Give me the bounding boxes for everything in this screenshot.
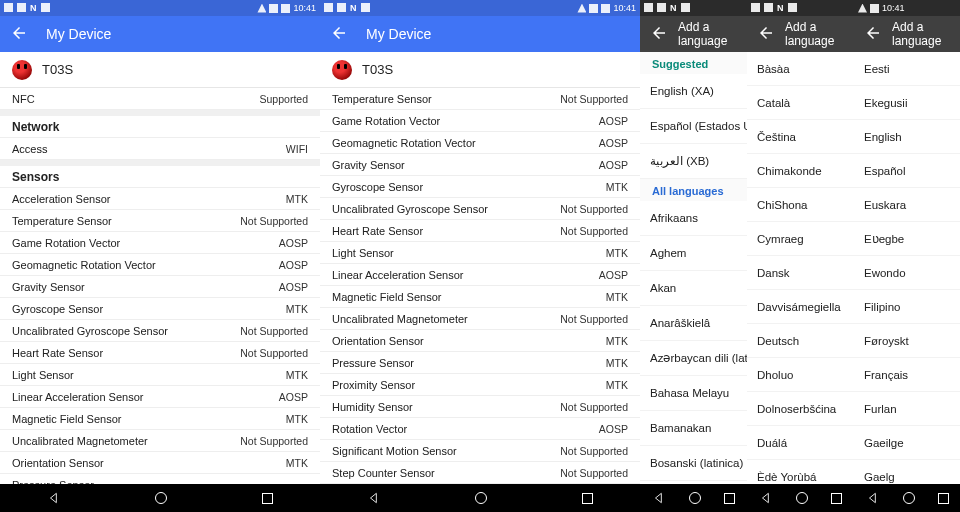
- info-row[interactable]: Pressure SensorMTK: [320, 352, 640, 374]
- language-item[interactable]: Dolnoserbšćina: [747, 392, 854, 426]
- info-row[interactable]: NFCSupported: [0, 88, 320, 110]
- language-item[interactable]: Ekegusii: [854, 86, 960, 120]
- language-item[interactable]: English: [854, 120, 960, 154]
- info-row[interactable]: Light SensorMTK: [320, 242, 640, 264]
- info-row[interactable]: Orientation SensorMTK: [320, 330, 640, 352]
- language-item[interactable]: Cymraeg: [747, 222, 854, 256]
- device-header[interactable]: T03S: [320, 52, 640, 88]
- nav-back-icon[interactable]: [652, 491, 666, 505]
- info-row[interactable]: Gyroscope SensorMTK: [320, 176, 640, 198]
- info-row[interactable]: Humidity SensorNot Supported: [320, 396, 640, 418]
- language-item[interactable]: Afrikaans: [640, 201, 747, 236]
- language-item[interactable]: Bàsàa: [747, 52, 854, 86]
- nav-home-icon[interactable]: [689, 492, 701, 504]
- language-list[interactable]: EestiEkegusiiEnglishEspañolEuskaraEʋegbe…: [854, 52, 960, 484]
- language-item[interactable]: Azərbaycan dili (latın): [640, 341, 747, 376]
- language-list[interactable]: BàsàaCatalàČeštinaChimakondeChiShonaCymr…: [747, 52, 854, 484]
- language-item[interactable]: Gaelg: [854, 460, 960, 484]
- language-item[interactable]: Català: [747, 86, 854, 120]
- device-info-list[interactable]: NFCSupportedNetworkAccessWIFISensorsAcce…: [0, 88, 320, 484]
- language-item[interactable]: Gaeilge: [854, 426, 960, 460]
- info-row[interactable]: AccessWIFI: [0, 138, 320, 160]
- info-row[interactable]: Gravity SensorAOSP: [0, 276, 320, 298]
- info-row[interactable]: Uncalibrated Gyroscope SensorNot Support…: [0, 320, 320, 342]
- info-row[interactable]: Linear Acceleration SensorAOSP: [0, 386, 320, 408]
- back-button[interactable]: [330, 24, 348, 45]
- info-row[interactable]: Proximity SensorMTK: [320, 374, 640, 396]
- language-item[interactable]: Euskara: [854, 188, 960, 222]
- language-item[interactable]: Eesti: [854, 52, 960, 86]
- device-info-list[interactable]: Temperature SensorNot SupportedGame Rota…: [320, 88, 640, 484]
- info-row[interactable]: Magnetic Field SensorMTK: [320, 286, 640, 308]
- info-row[interactable]: Temperature SensorNot Supported: [0, 210, 320, 232]
- nav-home-icon[interactable]: [796, 492, 808, 504]
- nav-back-icon[interactable]: [759, 491, 773, 505]
- language-item[interactable]: Akan: [640, 271, 747, 306]
- nav-recent-icon[interactable]: [938, 493, 949, 504]
- status-icon: [657, 3, 666, 12]
- language-item[interactable]: Anarâškielâ: [640, 306, 747, 341]
- nav-recent-icon[interactable]: [724, 493, 735, 504]
- info-row[interactable]: Acceleration SensorMTK: [0, 188, 320, 210]
- info-row[interactable]: Uncalibrated Gyroscope SensorNot Support…: [320, 198, 640, 220]
- info-row[interactable]: Uncalibrated MagnetometerNot Supported: [0, 430, 320, 452]
- nav-home-icon[interactable]: [155, 492, 167, 504]
- info-row[interactable]: Temperature SensorNot Supported: [320, 88, 640, 110]
- language-item[interactable]: Ewondo: [854, 256, 960, 290]
- info-row[interactable]: Uncalibrated MagnetometerNot Supported: [320, 308, 640, 330]
- language-item[interactable]: Čeština: [747, 120, 854, 154]
- nav-back-icon[interactable]: [367, 491, 381, 505]
- nav-back-icon[interactable]: [866, 491, 880, 505]
- back-button[interactable]: [650, 24, 668, 45]
- language-item[interactable]: العربية (XB): [640, 144, 747, 179]
- info-row[interactable]: Orientation SensorMTK: [0, 452, 320, 474]
- nav-home-icon[interactable]: [903, 492, 915, 504]
- info-row[interactable]: Linear Acceleration SensorAOSP: [320, 264, 640, 286]
- info-row[interactable]: Significant Motion SensorNot Supported: [320, 440, 640, 462]
- language-item[interactable]: ChiShona: [747, 188, 854, 222]
- nav-back-icon[interactable]: [47, 491, 61, 505]
- language-item[interactable]: Filipino: [854, 290, 960, 324]
- info-row[interactable]: Gravity SensorAOSP: [320, 154, 640, 176]
- back-button[interactable]: [10, 24, 28, 45]
- info-row[interactable]: Magnetic Field SensorMTK: [0, 408, 320, 430]
- info-row[interactable]: Game Rotation VectorAOSP: [0, 232, 320, 254]
- language-item[interactable]: Dansk: [747, 256, 854, 290]
- info-row[interactable]: Heart Rate SensorNot Supported: [0, 342, 320, 364]
- language-item[interactable]: Deutsch: [747, 324, 854, 358]
- language-item[interactable]: Chimakonde: [747, 154, 854, 188]
- language-item[interactable]: Bamanakan: [640, 411, 747, 446]
- language-item[interactable]: Eʋegbe: [854, 222, 960, 256]
- language-item[interactable]: Aghem: [640, 236, 747, 271]
- info-row[interactable]: Geomagnetic Rotation VectorAOSP: [0, 254, 320, 276]
- language-item[interactable]: Furlan: [854, 392, 960, 426]
- language-item[interactable]: Bosanski (latinica): [640, 446, 747, 481]
- info-row[interactable]: Gyroscope SensorMTK: [0, 298, 320, 320]
- language-item[interactable]: Føroyskt: [854, 324, 960, 358]
- info-row[interactable]: Step Counter SensorNot Supported: [320, 462, 640, 484]
- nav-home-icon[interactable]: [475, 492, 487, 504]
- language-item[interactable]: Español: [854, 154, 960, 188]
- language-item[interactable]: Dholuo: [747, 358, 854, 392]
- info-row[interactable]: Pressure Sensor: [0, 474, 320, 484]
- language-item[interactable]: Bahasa Melayu: [640, 376, 747, 411]
- language-list[interactable]: SuggestedEnglish (XA)Español (Estados Un…: [640, 52, 747, 484]
- back-button[interactable]: [864, 24, 882, 45]
- info-row[interactable]: Game Rotation VectorAOSP: [320, 110, 640, 132]
- nav-recent-icon[interactable]: [262, 493, 273, 504]
- language-item[interactable]: Français: [854, 358, 960, 392]
- back-button[interactable]: [757, 24, 775, 45]
- info-row[interactable]: Geomagnetic Rotation VectorAOSP: [320, 132, 640, 154]
- info-row[interactable]: Rotation VectorAOSP: [320, 418, 640, 440]
- device-header[interactable]: T03S: [0, 52, 320, 88]
- language-item[interactable]: Èdè Yorùbá: [747, 460, 854, 484]
- row-value: MTK: [286, 369, 308, 381]
- info-row[interactable]: Light SensorMTK: [0, 364, 320, 386]
- language-item[interactable]: English (XA): [640, 74, 747, 109]
- info-row[interactable]: Heart Rate SensorNot Supported: [320, 220, 640, 242]
- language-item[interactable]: Davvisámegiella: [747, 290, 854, 324]
- language-item[interactable]: Duálá: [747, 426, 854, 460]
- nav-recent-icon[interactable]: [831, 493, 842, 504]
- language-item[interactable]: Español (Estados Unidos): [640, 109, 747, 144]
- nav-recent-icon[interactable]: [582, 493, 593, 504]
